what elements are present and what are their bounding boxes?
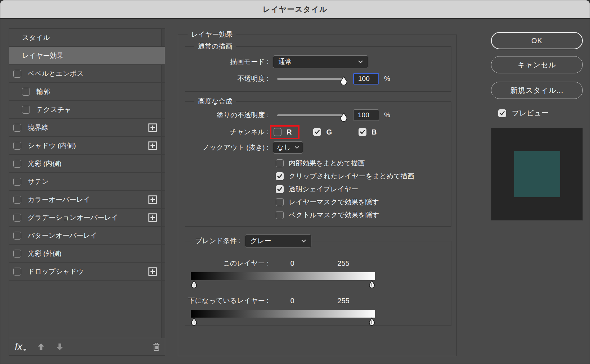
preview-toggle-row: プレビュー [491, 108, 583, 118]
pattern-overlay-checkbox[interactable] [13, 232, 21, 240]
check-icon [315, 130, 320, 134]
opacity-label: 不透明度 : [185, 74, 273, 83]
underlying-layer-gradient-ramp[interactable] [191, 310, 375, 318]
blend-if-value: グレー [250, 236, 271, 246]
transparency-shapes-option[interactable]: 透明シェイプレイヤー [276, 185, 451, 194]
contour-checkbox[interactable] [22, 88, 30, 96]
layer-mask-hides-option[interactable]: レイヤーマスクで効果を隠す [276, 197, 451, 207]
opacity-slider[interactable] [277, 78, 344, 80]
chevron-down-icon [295, 146, 299, 149]
texture-checkbox[interactable] [22, 106, 30, 114]
knockout-select[interactable]: なし [273, 141, 303, 154]
blend-if-select[interactable]: グレー [245, 235, 311, 247]
cancel-button[interactable]: キャンセル [491, 56, 583, 73]
sidebar-item-styles[interactable]: スタイル [9, 29, 165, 47]
fill-opacity-slider[interactable] [277, 114, 344, 116]
channels-label: チャンネル : [185, 127, 273, 137]
dialog-title: レイヤースタイル [263, 4, 327, 14]
preview-color-square [514, 151, 560, 197]
underlying-layer-white-slider[interactable] [368, 317, 376, 328]
channel-r-checkbox[interactable] [274, 128, 282, 136]
underlying-layer-black-slider[interactable] [190, 317, 198, 328]
style-preview-thumbnail [491, 128, 583, 220]
sidebar-item-texture[interactable]: テクスチャ [9, 101, 165, 119]
drop-shadow-checkbox[interactable] [13, 268, 21, 276]
blend-clipped-option[interactable]: クリップされたレイヤーをまとめて描画 [276, 172, 451, 181]
fill-opacity-label: 塗りの不透明度 : [185, 110, 273, 120]
add-stroke-instance-icon[interactable] [148, 123, 157, 132]
this-layer-black-slider[interactable] [190, 280, 198, 290]
add-drop-shadow-instance-icon[interactable] [148, 267, 157, 276]
blend-mode-select[interactable]: 通常 [273, 55, 368, 68]
satin-checkbox[interactable] [13, 178, 21, 186]
vector-mask-hides-checkbox[interactable] [276, 211, 284, 219]
gradient-overlay-checkbox[interactable] [13, 214, 21, 222]
sidebar-item-bevel-emboss[interactable]: ベベルとエンボス [9, 65, 165, 83]
add-color-overlay-instance-icon[interactable] [148, 195, 157, 204]
channel-b-label: B [371, 128, 377, 136]
sidebar-item-outer-glow[interactable]: 光彩 (外側) [9, 245, 165, 263]
add-inner-shadow-instance-icon[interactable] [148, 141, 157, 150]
sidebar-item-drop-shadow[interactable]: ドロップシャドウ [9, 263, 165, 281]
stroke-checkbox[interactable] [13, 124, 21, 132]
blend-interior-option[interactable]: 内部効果をまとめて描画 [276, 159, 451, 168]
check-icon [277, 187, 282, 191]
blend-interior-checkbox[interactable] [276, 159, 284, 167]
move-effect-down-button[interactable] [55, 342, 64, 351]
chevron-down-icon [301, 240, 306, 242]
this-layer-min-value: 0 [285, 259, 299, 268]
general-blending-group: 通常の描画 描画モード : 通常 不透明度 : [185, 46, 451, 92]
blend-clipped-checkbox[interactable] [276, 172, 284, 180]
arrow-down-icon [55, 342, 64, 351]
channel-b-checkbox[interactable] [359, 128, 366, 136]
outer-glow-checkbox[interactable] [13, 250, 21, 258]
opacity-unit: % [384, 75, 390, 83]
fill-opacity-input[interactable]: 100 [353, 109, 379, 121]
dialog-actions: OK キャンセル 新規スタイル... プレビュー [491, 32, 583, 220]
add-gradient-overlay-instance-icon[interactable] [148, 213, 157, 222]
sidebar-item-gradient-overlay[interactable]: グラデーションオーバーレイ [9, 209, 165, 227]
move-effect-up-button[interactable] [37, 342, 45, 351]
transparency-shapes-checkbox[interactable] [276, 185, 284, 193]
blend-mode-label: 描画モード : [185, 57, 273, 67]
layer-effects-group-legend: レイヤー効果 [188, 30, 236, 39]
color-overlay-checkbox[interactable] [13, 196, 21, 204]
check-icon [500, 111, 505, 115]
sidebar-item-stroke[interactable]: 境界線 [9, 119, 165, 137]
sidebar-item-color-overlay[interactable]: カラーオーバーレイ [9, 191, 165, 209]
sidebar-item-pattern-overlay[interactable]: パターンオーバーレイ [9, 227, 165, 245]
channel-r-label: R [287, 128, 292, 136]
channels-row: チャンネル : R G B [185, 124, 451, 140]
this-layer-white-slider[interactable] [368, 280, 376, 290]
this-layer-gradient-ramp[interactable] [191, 272, 375, 280]
channel-r-highlight-box: R [270, 125, 299, 139]
this-layer-max-value: 255 [334, 259, 353, 268]
vector-mask-hides-option[interactable]: ベクトルマスクで効果を隠す [276, 210, 451, 220]
sidebar-item-contour[interactable]: 輪郭 [9, 83, 165, 101]
inner-glow-checkbox[interactable] [13, 160, 21, 168]
opacity-slider-handle[interactable] [339, 76, 349, 87]
bevel-emboss-checkbox[interactable] [13, 70, 21, 78]
delete-effect-button[interactable] [152, 342, 161, 351]
blend-if-group: ブレンド条件 : グレー このレイヤー : 0 255 [185, 241, 451, 326]
inner-shadow-checkbox[interactable] [13, 142, 21, 150]
ok-button[interactable]: OK [491, 32, 583, 49]
sidebar-item-inner-shadow[interactable]: シャドウ (内側) [9, 137, 165, 155]
fx-menu-button[interactable]: fx [15, 342, 27, 352]
layer-mask-hides-checkbox[interactable] [276, 198, 284, 206]
this-layer-row: このレイヤー : 0 255 [185, 259, 451, 268]
trash-icon [152, 342, 161, 351]
dialog-titlebar[interactable]: レイヤースタイル [0, 0, 590, 19]
this-layer-label: このレイヤー : [185, 259, 273, 268]
blend-if-label: ブレンド条件 : [192, 236, 245, 246]
sidebar-item-inner-glow[interactable]: 光彩 (内側) [9, 155, 165, 173]
new-style-button[interactable]: 新規スタイル... [491, 82, 583, 99]
opacity-input[interactable]: 100 [353, 73, 379, 85]
advanced-options-list: 内部効果をまとめて描画 クリップされたレイヤーをまとめて描画 透明シェイプレイヤ… [276, 159, 451, 220]
preview-checkbox[interactable] [498, 109, 506, 117]
sidebar-item-satin[interactable]: サテン [9, 173, 165, 191]
channel-g-checkbox[interactable] [313, 128, 321, 136]
blend-if-legend-row: ブレンド条件 : グレー [192, 235, 311, 247]
fill-opacity-slider-handle[interactable] [339, 112, 349, 124]
sidebar-item-layer-effects[interactable]: レイヤー効果 [9, 47, 165, 65]
